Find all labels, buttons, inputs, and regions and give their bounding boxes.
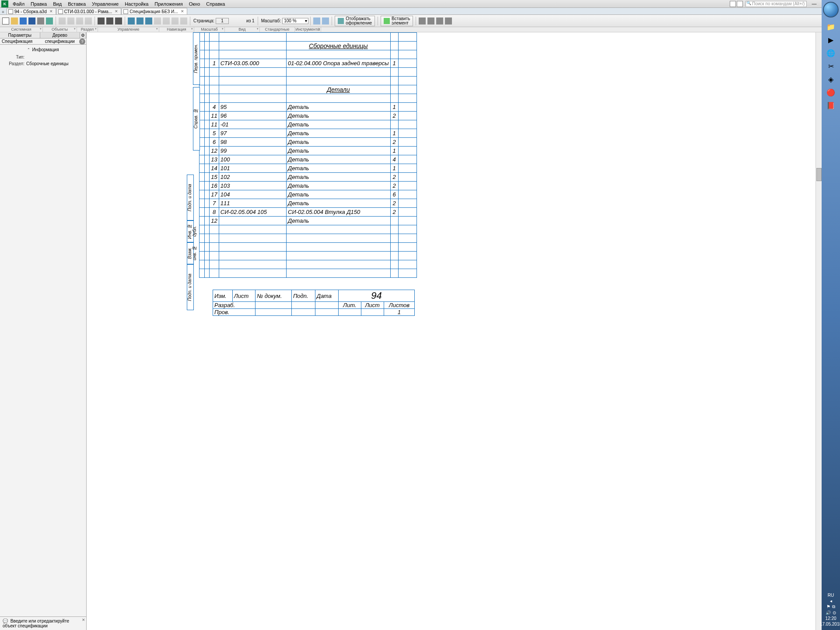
spec-row[interactable] [200,225,417,234]
spec-row[interactable]: 15102Деталь2 [200,173,417,182]
tab-close-icon[interactable]: ✕ [115,9,118,14]
menu-Управление[interactable]: Управление [89,1,122,7]
spec-row[interactable] [200,269,417,278]
spec-row[interactable]: 1196Деталь2 [200,112,417,120]
tool-icon[interactable] [106,18,113,24]
taskbar-app-icon[interactable]: ✂ [824,60,837,73]
taskbar-app-icon[interactable]: ◈ [824,73,837,86]
spec-row[interactable]: 1СТИ-03.05.00001-02.04.000 Опора задней … [200,59,417,68]
display-decoration-button[interactable]: Отображать оформление [335,16,375,26]
toolbar-group-label[interactable]: Объекты [43,27,77,32]
tray-icon[interactable]: ◂ [820,598,840,603]
toolbar-group-label[interactable]: Вид [225,27,260,32]
spec-row[interactable]: 7111Деталь2 [200,199,417,208]
save-icon[interactable] [20,18,27,24]
sort-icon[interactable] [115,18,122,24]
canvas-area[interactable]: Перв. примен.Справ. №Подп. и датаИнв. № … [87,32,822,630]
window-mode-icon[interactable] [737,1,743,7]
tool-icon[interactable] [436,18,443,24]
tab-close-icon[interactable]: ✕ [181,9,184,14]
spec-row[interactable] [200,234,417,243]
spec-row[interactable]: 11 -01Деталь [200,120,417,129]
spec-row[interactable]: 16103Деталь2 [200,182,417,190]
toolbar-group-label[interactable]: Раздел [77,27,98,32]
tool-icon[interactable] [419,18,426,24]
spec-row[interactable] [200,252,417,260]
fit-width-icon[interactable] [313,18,320,24]
menu-Правка[interactable]: Правка [28,1,50,7]
panel-tab-spec-tree[interactable]: Дерево спецификации [40,32,80,38]
toolbar-group-label[interactable]: Инструменты [295,27,321,32]
fit-page-icon[interactable] [322,18,329,24]
help-icon[interactable]: ? [79,38,85,45]
spec-row[interactable] [200,68,417,77]
spec-row[interactable]: 495Деталь1 [200,103,417,112]
document-tab[interactable]: Спецификация БЕЗ И...✕ [122,8,187,14]
save-all-icon[interactable] [28,18,35,24]
window-mode-icon[interactable] [730,1,736,7]
spec-row[interactable]: 13100Деталь4 [200,155,417,164]
spec-row[interactable] [200,94,417,103]
tool-icon[interactable] [427,18,434,24]
menu-Справка[interactable]: Справка [203,1,228,7]
clock-time[interactable]: 12:20 [820,616,840,621]
panel-settings-icon[interactable]: ⚙ [80,32,86,38]
toolbar-group-label[interactable]: Стандартные изделия [260,27,295,32]
start-button[interactable] [823,2,839,18]
spec-row[interactable] [200,50,417,59]
spec-table[interactable]: Сборочные единицы1СТИ-03.05.00001-02.04.… [199,32,417,278]
spec-row[interactable] [200,243,417,252]
info-section-header[interactable]: Информация [2,47,84,52]
spec-row[interactable]: 12Деталь [200,217,417,225]
scroll-thumb[interactable] [816,168,822,181]
toolbar-group-label[interactable]: Навигация [159,27,194,32]
spec-row[interactable]: 1299Деталь1 [200,147,417,155]
open-icon[interactable] [11,18,18,24]
spec-row[interactable]: 597Деталь1 [200,129,417,138]
toolbar-group-label[interactable]: Масштаб [194,27,225,32]
taskbar-app-icon[interactable]: 📕 [824,99,837,112]
scale-select[interactable]: 100 % [282,18,308,24]
tool-icon[interactable] [128,18,135,24]
input-language[interactable]: RU [820,593,840,598]
spec-row[interactable]: Детали [200,85,417,94]
menu-Вид[interactable]: Вид [50,1,65,7]
clock-date[interactable]: 17.05.2018 [820,622,840,626]
print-icon[interactable] [37,18,44,24]
spec-row[interactable]: Сборочные единицы [200,42,417,50]
vertical-scrollbar[interactable] [816,32,822,630]
new-icon[interactable] [2,18,9,24]
menu-Вставка[interactable]: Вставка [65,1,89,7]
menu-Приложения[interactable]: Приложения [151,1,186,7]
document-tab[interactable]: 94 - Сборка.a3d✕ [7,8,56,14]
tool-icon[interactable] [445,18,452,24]
toolbar-group-label[interactable]: Системная [0,27,43,32]
command-search-input[interactable]: Поиск по командам (Alt+/) [746,1,807,7]
page-number-input[interactable]: 1 [216,18,229,24]
network-icon[interactable]: ⧉ [832,604,835,609]
spec-row[interactable] [200,33,417,42]
taskbar-app-icon[interactable]: 🌐 [824,46,837,60]
taskbar-app-icon[interactable]: 📁 [824,20,837,33]
spec-row[interactable]: 698Деталь2 [200,138,417,147]
toolbar-group-label[interactable]: Управление [98,27,159,32]
action-center-icon[interactable]: ⊙ [833,610,836,615]
spec-row[interactable]: 17104Деталь6 [200,190,417,199]
flag-icon[interactable]: ⚑ [826,604,830,609]
tab-close-icon[interactable]: ✕ [49,9,53,14]
close-message-icon[interactable]: ✕ [82,618,85,622]
menu-Настройка[interactable]: Настройка [122,1,151,7]
tool-icon[interactable] [136,18,144,24]
spec-row[interactable]: 8СИ-02.05.004 105СИ-02.05.004 Втулка Д15… [200,208,417,217]
minimize-button[interactable]: — [809,1,819,7]
tool-icon[interactable] [145,18,152,24]
document-tab[interactable]: СТИ-03.01.000 - Рама...✕ [56,8,122,14]
menu-Файл[interactable]: Файл [10,1,28,7]
volume-icon[interactable]: 🔊 [826,610,831,615]
new-tab-button[interactable]: + [0,10,6,14]
insert-element-button[interactable]: Вставить элемент [381,16,413,26]
spec-row[interactable] [200,260,417,269]
preview-icon[interactable] [46,18,53,24]
taskbar-app-icon[interactable]: 🔴 [824,86,837,99]
menu-Окно[interactable]: Окно [186,1,203,7]
